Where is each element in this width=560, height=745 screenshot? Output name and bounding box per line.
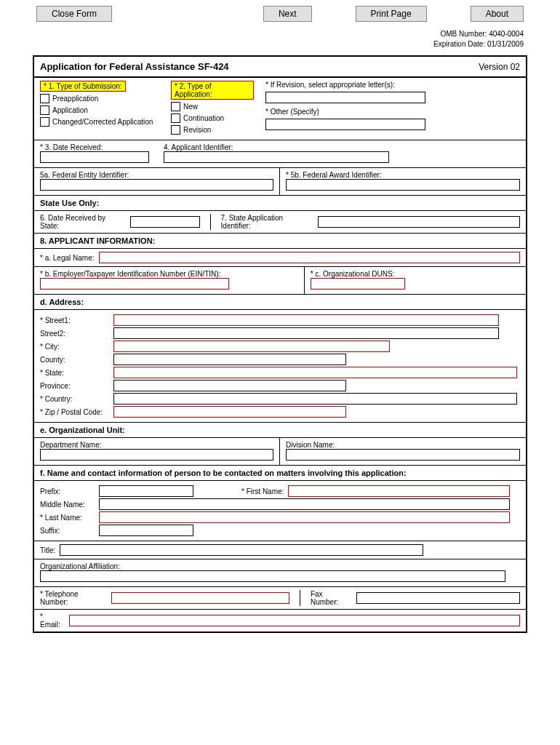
affiliation-label: Organizational Affiliation: [40, 562, 520, 570]
telephone-label: * Telephone Number: [40, 590, 107, 606]
date-received-by-state-input[interactable] [130, 216, 200, 228]
province-label: Province: [40, 382, 109, 390]
type-submission-label: * 1. Type of Submission: [40, 81, 126, 92]
fax-input[interactable] [356, 592, 520, 604]
zip-label: * Zip / Postal Code: [40, 408, 109, 416]
dept-name-label: Department Name: [40, 441, 273, 449]
form-version: Version 02 [479, 62, 520, 72]
fax-label: Fax Number: [311, 590, 352, 606]
date-received-input[interactable] [40, 151, 149, 163]
date-received-label: * 3. Date Received: [40, 143, 149, 151]
other-specify-input[interactable] [265, 119, 425, 130]
date-received-by-state-label: 6. Date Received by State: [40, 214, 123, 230]
continuation-checkbox[interactable] [171, 113, 180, 123]
continuation-label: Continuation [183, 114, 224, 122]
federal-award-id-input[interactable] [286, 179, 520, 191]
div-name-input[interactable] [286, 449, 520, 461]
applicant-info-heading: 8. APPLICANT INFORMATION: [34, 234, 526, 249]
revision-checkbox[interactable] [171, 125, 180, 135]
street1-input[interactable] [113, 314, 499, 326]
first-name-label: * First Name: [241, 487, 284, 495]
form-title: Application for Federal Assistance SF-42… [40, 61, 229, 72]
preapplication-checkbox[interactable] [40, 94, 49, 103]
omb-number: OMB Number: 4040-0004 [36, 29, 524, 39]
county-label: County: [40, 356, 109, 364]
other-specify-label: * Other (Specify) [265, 108, 520, 116]
changed-corrected-label: Changed/Corrected Application [52, 118, 153, 126]
state-use-only-heading: State Use Only: [34, 196, 526, 211]
div-name-label: Division Name: [286, 441, 520, 449]
federal-entity-id-input[interactable] [40, 179, 273, 191]
state-input[interactable] [113, 367, 517, 378]
suffix-label: Suffix: [40, 527, 95, 535]
dept-name-input[interactable] [40, 449, 273, 461]
title-label: Title: [40, 546, 55, 554]
street1-label: * Street1: [40, 316, 109, 324]
telephone-input[interactable] [111, 592, 289, 604]
email-input[interactable] [69, 615, 520, 626]
duns-input[interactable] [311, 278, 405, 290]
new-label: New [183, 103, 198, 111]
duns-label: * c. Organizational DUNS: [311, 270, 520, 278]
type-application-label: * 2. Type of Application: [171, 81, 254, 100]
applicant-identifier-label: 4. Applicant Identifier: [164, 143, 389, 151]
suffix-input[interactable] [99, 525, 193, 536]
revision-label: Revision [183, 126, 211, 134]
legal-name-input[interactable] [99, 252, 521, 263]
new-checkbox[interactable] [171, 102, 180, 111]
last-name-label: * Last Name: [40, 514, 95, 522]
province-input[interactable] [113, 380, 346, 391]
affiliation-input[interactable] [40, 570, 505, 582]
prefix-label: Prefix: [40, 487, 95, 495]
country-label: * Country: [40, 395, 109, 403]
state-app-id-input[interactable] [318, 216, 520, 228]
city-label: * City: [40, 343, 109, 351]
state-app-id-label: 7. State Application Identifier: [221, 214, 311, 230]
federal-award-id-label: * 5b. Federal Award Identifier: [286, 171, 520, 179]
state-label: * State: [40, 369, 109, 377]
applicant-identifier-input[interactable] [164, 151, 389, 163]
org-unit-heading: e. Organizational Unit: [34, 423, 526, 438]
last-name-input[interactable] [99, 511, 510, 523]
email-label: * Email: [40, 613, 65, 629]
next-button[interactable]: Next [263, 6, 312, 22]
address-heading: d. Address: [34, 295, 526, 310]
ein-tin-label: * b. Employer/Taxpayer Identification Nu… [40, 270, 298, 278]
changed-corrected-checkbox[interactable] [40, 117, 49, 127]
print-page-button[interactable]: Print Page [356, 6, 427, 22]
revision-letters-label: * If Revision, select appropriate letter… [265, 81, 520, 89]
revision-letters-input[interactable] [265, 92, 425, 103]
application-label: Application [52, 106, 88, 114]
street2-input[interactable] [113, 327, 499, 339]
middle-name-label: Middle Name: [40, 501, 95, 509]
country-input[interactable] [113, 393, 517, 405]
street2-label: Street2: [40, 330, 109, 338]
zip-input[interactable] [113, 406, 346, 418]
title-input[interactable] [60, 544, 423, 556]
preapplication-label: Preapplication [52, 95, 98, 103]
city-input[interactable] [113, 340, 390, 352]
legal-name-label: * a. Legal Name: [40, 254, 95, 262]
prefix-input[interactable] [99, 485, 193, 497]
federal-entity-id-label: 5a. Federal Entity Identifier: [40, 171, 273, 179]
contact-heading: f. Name and contact information of perso… [34, 466, 526, 481]
application-checkbox[interactable] [40, 105, 49, 115]
first-name-input[interactable] [288, 485, 510, 497]
expiration-date: Expiration Date: 01/31/2009 [36, 39, 524, 49]
ein-tin-input[interactable] [40, 278, 229, 290]
county-input[interactable] [113, 354, 346, 365]
close-form-button[interactable]: Close Form [36, 6, 112, 22]
middle-name-input[interactable] [99, 498, 510, 510]
about-button[interactable]: About [471, 6, 524, 22]
